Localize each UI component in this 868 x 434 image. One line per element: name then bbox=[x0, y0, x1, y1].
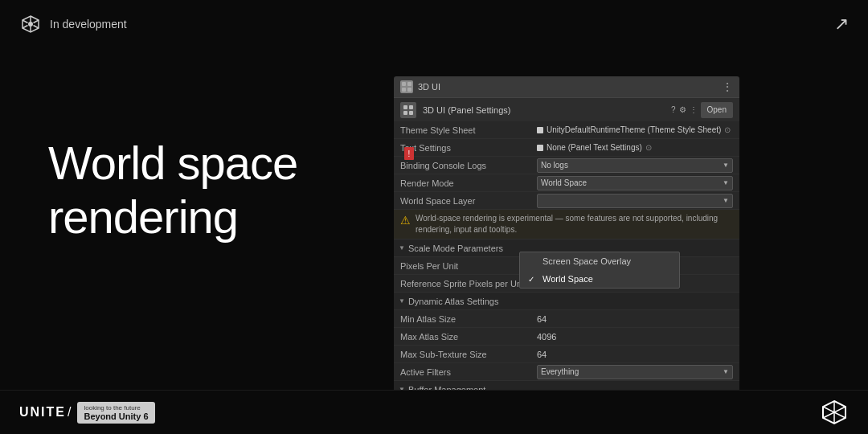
inspector-title: 3D UI (Panel Settings) bbox=[423, 105, 665, 115]
help-icon[interactable]: ? bbox=[671, 105, 676, 114]
warning-icon: ⚠ bbox=[400, 214, 411, 227]
main-content: World space rendering bbox=[48, 137, 297, 244]
world-space-layer-dropdown[interactable]: ▼ bbox=[537, 194, 733, 208]
active-filters-dropdown[interactable]: Everything ▼ bbox=[537, 365, 733, 379]
render-mode-value[interactable]: World Space ▼ bbox=[537, 176, 733, 190]
screen-space-overlay-label: Screen Space Overlay bbox=[542, 256, 631, 266]
max-atlas-row: Max Atlas Size 4096 bbox=[394, 328, 739, 346]
active-filters-label: Active Filters bbox=[400, 367, 537, 377]
info-icon[interactable]: ⊙ bbox=[724, 125, 731, 134]
badge-bottom-text: Beyond Unity 6 bbox=[84, 411, 148, 421]
text-settings-value: None (Panel Text Settings) ⊙ bbox=[537, 143, 733, 152]
world-space-label: World Space bbox=[542, 274, 593, 284]
scale-mode-label: Scale Mode Parameters bbox=[408, 244, 503, 253]
svg-rect-9 bbox=[407, 82, 411, 86]
footer: UNITE / looking to the future Beyond Uni… bbox=[0, 390, 868, 434]
warning-row: ⚠ World-space rendering is experimental … bbox=[394, 210, 739, 240]
theme-style-sheet-label: Theme Style Sheet bbox=[400, 125, 537, 135]
open-button[interactable]: Open bbox=[701, 102, 733, 118]
world-space-layer-label: World Space Layer bbox=[400, 196, 537, 206]
svg-line-7 bbox=[23, 20, 28, 23]
min-atlas-value: 64 bbox=[537, 314, 733, 324]
svg-rect-13 bbox=[409, 105, 413, 109]
text-settings-row: Text Settings None (Panel Text Settings)… bbox=[394, 139, 739, 157]
panel-title-bar: 3D UI ⋮ bbox=[394, 76, 739, 97]
header: In development ↗ bbox=[0, 0, 868, 48]
dynamic-atlas-section[interactable]: ▼ Dynamic Atlas Settings bbox=[394, 293, 739, 310]
header-left: In development bbox=[19, 13, 127, 35]
svg-line-4 bbox=[34, 26, 39, 29]
binding-console-value[interactable]: No logs ▼ bbox=[537, 158, 733, 173]
unite-slash: / bbox=[68, 405, 71, 420]
info-icon2[interactable]: ⊙ bbox=[645, 143, 652, 152]
section-collapse-icon2: ▼ bbox=[399, 297, 405, 305]
svg-rect-14 bbox=[403, 111, 407, 115]
theme-style-sheet-row: Theme Style Sheet UnityDefaultRuntimeThe… bbox=[394, 121, 739, 139]
text-settings-label: Text Settings bbox=[400, 143, 537, 153]
theme-style-sheet-value: UnityDefaultRuntimeTheme (Theme Style Sh… bbox=[537, 125, 733, 134]
render-mode-dropdown-text: World Space bbox=[541, 178, 587, 187]
pixels-per-unit-label: Pixels Per Unit bbox=[400, 261, 537, 271]
panel-icon bbox=[400, 80, 413, 93]
svg-rect-12 bbox=[403, 105, 407, 109]
unity-footer-logo bbox=[820, 398, 849, 427]
settings-icon[interactable]: ⚙ bbox=[679, 105, 686, 114]
footer-right bbox=[820, 398, 849, 427]
external-link-icon[interactable]: ↗ bbox=[834, 14, 849, 35]
badge-top-text: looking to the future bbox=[84, 404, 148, 411]
screen-space-overlay-option[interactable]: Screen Space Overlay bbox=[520, 252, 679, 270]
theme-style-sheet-text: UnityDefaultRuntimeTheme (Theme Style Sh… bbox=[547, 125, 721, 134]
min-atlas-row: Min Atlas Size 64 bbox=[394, 310, 739, 328]
footer-left: UNITE / looking to the future Beyond Uni… bbox=[19, 402, 155, 424]
max-sub-texture-label: Max Sub-Texture Size bbox=[400, 350, 537, 359]
world-space-layer-value[interactable]: ▼ bbox=[537, 194, 733, 208]
header-status: In development bbox=[50, 18, 127, 31]
more-icon[interactable]: ⋮ bbox=[690, 105, 698, 114]
text-settings-text: None (Panel Text Settings) bbox=[547, 143, 642, 152]
binding-console-row: Binding Console Logs No logs ▼ bbox=[394, 157, 739, 174]
active-filters-row: Active Filters Everything ▼ bbox=[394, 363, 739, 381]
chevron-down-icon: ▼ bbox=[723, 162, 729, 169]
panel-title: 3D UI bbox=[418, 82, 717, 92]
svg-point-1 bbox=[28, 22, 33, 27]
main-heading: World space rendering bbox=[48, 137, 297, 244]
render-mode-dropdown[interactable]: World Space ▼ bbox=[537, 176, 733, 190]
section-collapse-icon: ▼ bbox=[399, 244, 405, 252]
render-mode-label: Render Mode bbox=[400, 178, 537, 188]
svg-rect-10 bbox=[402, 88, 406, 92]
inspector-icon bbox=[400, 102, 416, 118]
chevron-down-icon2: ▼ bbox=[723, 179, 729, 186]
render-mode-dropdown-overlay: Screen Space Overlay ✓ World Space bbox=[519, 252, 680, 289]
asset-dot-icon2 bbox=[537, 145, 543, 151]
unity-logo-icon bbox=[19, 13, 42, 35]
svg-rect-8 bbox=[402, 82, 406, 86]
panel-body: Theme Style Sheet UnityDefaultRuntimeThe… bbox=[394, 121, 739, 416]
panel-menu-button[interactable]: ⋮ bbox=[722, 80, 733, 93]
warning-text: World-space rendering is experimental — … bbox=[416, 213, 733, 235]
selected-checkmark-icon: ✓ bbox=[528, 275, 538, 284]
svg-line-6 bbox=[23, 26, 28, 29]
max-sub-texture-row: Max Sub-Texture Size 64 bbox=[394, 346, 739, 363]
unity-panel: 3D UI ⋮ 3D UI (Panel Settings) ? ⚙ ⋮ Ope… bbox=[394, 76, 739, 416]
svg-line-3 bbox=[34, 20, 39, 23]
active-filters-value[interactable]: Everything ▼ bbox=[537, 365, 733, 379]
max-sub-texture-value: 64 bbox=[537, 350, 733, 359]
reference-sprite-label: Reference Sprite Pixels per Unit bbox=[400, 279, 537, 289]
inspector-header: 3D UI (Panel Settings) ? ⚙ ⋮ Open bbox=[394, 97, 739, 121]
error-indicator: ! bbox=[404, 147, 414, 160]
chevron-down-icon3: ▼ bbox=[723, 197, 729, 204]
binding-console-dropdown-text: No logs bbox=[541, 161, 568, 170]
svg-rect-11 bbox=[407, 88, 411, 92]
binding-console-label: Binding Console Logs bbox=[400, 161, 537, 170]
max-atlas-label: Max Atlas Size bbox=[400, 332, 537, 342]
render-mode-row: Render Mode World Space ▼ bbox=[394, 174, 739, 192]
unite-logo: UNITE bbox=[19, 405, 66, 420]
event-badge: looking to the future Beyond Unity 6 bbox=[77, 402, 154, 424]
binding-console-dropdown[interactable]: No logs ▼ bbox=[537, 158, 733, 173]
min-atlas-label: Min Atlas Size bbox=[400, 314, 537, 324]
asset-dot-icon bbox=[537, 127, 543, 133]
max-atlas-value: 4096 bbox=[537, 332, 733, 342]
active-filters-text: Everything bbox=[541, 367, 579, 376]
world-space-option[interactable]: ✓ World Space bbox=[520, 270, 679, 288]
inspector-actions: ? ⚙ ⋮ Open bbox=[671, 102, 733, 118]
